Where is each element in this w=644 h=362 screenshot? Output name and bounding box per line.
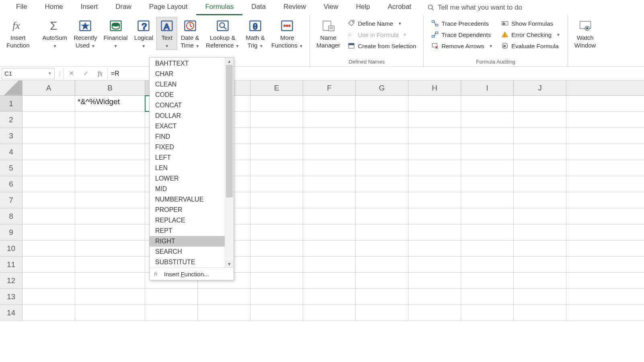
cell-F6[interactable] — [303, 176, 356, 192]
column-header[interactable]: B — [75, 80, 145, 95]
cell-F10[interactable] — [303, 241, 356, 256]
cell-J13[interactable] — [514, 289, 566, 304]
tab-home[interactable]: Home — [36, 0, 72, 15]
function-item-len[interactable]: LEN — [150, 163, 225, 173]
column-header[interactable]: G — [356, 80, 408, 95]
row-header[interactable]: 4 — [0, 144, 23, 160]
show-formulas-button[interactable]: fx Show Formulas — [498, 18, 563, 29]
define-name-button[interactable]: Define Name ▼ — [345, 18, 418, 29]
resize-handle[interactable]: ⋮ — [56, 70, 64, 77]
cell-B14[interactable] — [75, 305, 145, 321]
column-header[interactable]: E — [250, 80, 303, 95]
cell-E12[interactable] — [250, 273, 303, 288]
cell-J11[interactable] — [514, 257, 566, 272]
cell-H5[interactable] — [408, 160, 461, 176]
cell-H2[interactable] — [408, 112, 461, 128]
cell-F7[interactable] — [303, 192, 356, 208]
cell-B4[interactable] — [75, 144, 145, 160]
scroll-down-arrow[interactable]: ▼ — [225, 260, 234, 267]
cell-H9[interactable] — [408, 224, 461, 240]
cell-A14[interactable] — [23, 305, 75, 321]
cell-J5[interactable] — [514, 160, 566, 176]
function-item-code[interactable]: CODE — [150, 90, 225, 100]
function-item-clean[interactable]: CLEAN — [150, 79, 225, 90]
cell-D13[interactable] — [198, 289, 250, 304]
cell-H8[interactable] — [408, 208, 461, 224]
trace-precedents-button[interactable]: Trace Precedents — [429, 18, 495, 29]
tab-help[interactable]: Help — [347, 0, 379, 15]
cell-J10[interactable] — [514, 241, 566, 256]
cell-B12[interactable] — [75, 273, 145, 288]
cell-A2[interactable] — [23, 112, 75, 128]
cell-G6[interactable] — [356, 176, 408, 192]
watch-window-button[interactable]: Watch Window — [571, 17, 599, 49]
insert-function-menu-item[interactable]: fx Insert Function... — [150, 267, 234, 280]
row-header[interactable]: 8 — [0, 208, 23, 224]
cell-H12[interactable] — [408, 273, 461, 288]
insert-function-button[interactable]: fx Insert Function — [3, 17, 33, 49]
cell-F8[interactable] — [303, 208, 356, 224]
cell-I2[interactable] — [461, 112, 514, 128]
cell-J9[interactable] — [514, 224, 566, 240]
recently-used-button[interactable]: Recently Used ▼ — [70, 17, 100, 49]
cell-B7[interactable] — [75, 192, 145, 208]
dropdown-scrollbar[interactable]: ▲ ▼ — [225, 58, 234, 267]
function-item-search[interactable]: SEARCH — [150, 247, 225, 257]
cell-I9[interactable] — [461, 224, 514, 240]
scroll-thumb[interactable] — [226, 65, 233, 197]
cell-J6[interactable] — [514, 176, 566, 192]
cell-G12[interactable] — [356, 273, 408, 288]
cell-F2[interactable] — [303, 112, 356, 128]
tell-me-search[interactable]: Tell me what you want to do — [427, 4, 522, 12]
cell-G11[interactable] — [356, 257, 408, 272]
cell-H1[interactable] — [408, 96, 461, 111]
tab-file[interactable]: File — [7, 0, 36, 15]
create-from-selection-button[interactable]: Create from Selection — [345, 40, 418, 51]
date-time-button[interactable]: Date & Time ▼ — [177, 17, 203, 49]
cell-A7[interactable] — [23, 192, 75, 208]
row-header[interactable]: 9 — [0, 224, 23, 240]
cell-E4[interactable] — [250, 144, 303, 160]
cell-I12[interactable] — [461, 273, 514, 288]
cell-B13[interactable] — [75, 289, 145, 304]
cell-B9[interactable] — [75, 224, 145, 240]
function-item-substitute[interactable]: SUBSTITUTE — [150, 257, 225, 267]
function-item-left[interactable]: LEFT — [150, 152, 225, 163]
autosum-button[interactable]: Σ AutoSum▼ — [39, 17, 71, 49]
cell-E11[interactable] — [250, 257, 303, 272]
row-header[interactable]: 10 — [0, 241, 23, 256]
tab-insert[interactable]: Insert — [72, 0, 107, 15]
column-header[interactable]: J — [514, 80, 566, 95]
cell-F4[interactable] — [303, 144, 356, 160]
cell-B2[interactable] — [75, 112, 145, 128]
function-item-concat[interactable]: CONCAT — [150, 100, 225, 111]
cell-H13[interactable] — [408, 289, 461, 304]
function-item-bahttext[interactable]: BAHTTEXT — [150, 58, 225, 69]
cell-I11[interactable] — [461, 257, 514, 272]
financial-button[interactable]: Financial▼ — [100, 17, 131, 49]
row-header[interactable]: 2 — [0, 112, 23, 128]
cell-B6[interactable] — [75, 176, 145, 192]
logical-button[interactable]: ? Logical▼ — [131, 17, 157, 49]
cell-J2[interactable] — [514, 112, 566, 128]
row-header[interactable]: 3 — [0, 128, 23, 144]
accept-formula-button[interactable]: ✓ — [78, 70, 93, 77]
cell-H14[interactable] — [408, 305, 461, 321]
cell-F9[interactable] — [303, 224, 356, 240]
function-item-proper[interactable]: PROPER — [150, 205, 225, 215]
cell-F1[interactable] — [303, 96, 356, 111]
row-header[interactable]: 1 — [0, 96, 23, 111]
function-item-char[interactable]: CHAR — [150, 69, 225, 79]
function-item-numbervalue[interactable]: NUMBERVALUE — [150, 194, 225, 205]
cell-I8[interactable] — [461, 208, 514, 224]
cell-C13[interactable] — [145, 289, 198, 304]
evaluate-formula-button[interactable]: fx Evaluate Formula — [498, 40, 563, 51]
name-box[interactable]: C1 ▼ — [2, 68, 55, 79]
remove-arrows-button[interactable]: Remove Arrows ▼ — [429, 40, 495, 51]
cell-C14[interactable] — [145, 305, 198, 321]
cell-A8[interactable] — [23, 208, 75, 224]
cell-F12[interactable] — [303, 273, 356, 288]
cell-I1[interactable] — [461, 96, 514, 111]
tab-review[interactable]: Review — [275, 0, 315, 15]
cell-J4[interactable] — [514, 144, 566, 160]
